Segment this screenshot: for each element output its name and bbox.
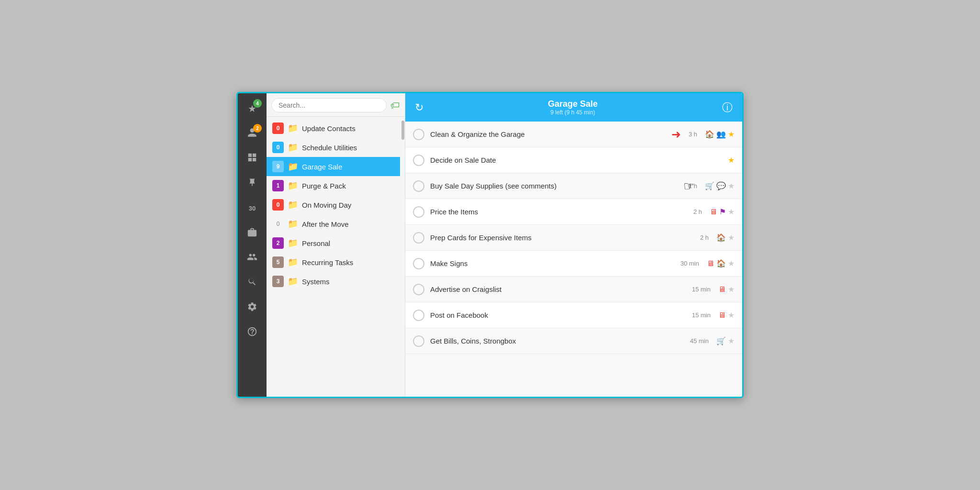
list-items: 0 📁 Update Contacts 0 📁 Schedule Utiliti… <box>267 117 400 397</box>
monitor-icon[interactable]: 🖥 <box>718 285 726 294</box>
task-time: 15 min <box>692 286 711 293</box>
search-icon <box>247 277 257 289</box>
monitor-icon[interactable]: 🖥 <box>707 259 714 268</box>
item-label: Schedule Utilities <box>302 144 394 152</box>
flag-icon[interactable]: ⚑ <box>719 207 726 216</box>
item-badge: 0 <box>272 142 284 153</box>
task-name: Price the Items <box>430 208 688 216</box>
task-row-decide-sale-date: Decide on Sale Date ★ <box>405 147 742 173</box>
task-name: Clean & Organize the Garage <box>430 130 666 138</box>
cart-icon[interactable]: 🛒 <box>705 181 714 190</box>
sidebar-icon-person[interactable]: 2 <box>242 123 263 144</box>
sidebar-icon-help[interactable] <box>242 322 263 343</box>
home-icon[interactable]: 🏠 <box>716 233 726 242</box>
list-item-garage-sale[interactable]: 9 📁 Garage Sale <box>267 157 400 176</box>
folder-icon-blue: 📁 <box>288 142 298 153</box>
monitor-icon[interactable]: 🖥 <box>718 311 726 320</box>
sidebar-icon-pin[interactable] <box>242 173 263 194</box>
star-badge: 4 <box>253 99 262 108</box>
star-icon-outline[interactable]: ★ <box>728 207 735 216</box>
red-arrow: ➜ <box>671 128 681 141</box>
task-icons: 🖥 ★ <box>718 311 735 320</box>
item-label: Purge & Pack <box>302 182 394 190</box>
sidebar-icon-briefcase[interactable] <box>242 223 263 244</box>
task-checkbox[interactable] <box>413 258 424 269</box>
task-name: Post on Facebook <box>430 311 686 319</box>
list-item-recurring-tasks[interactable]: 5 📁 Recurring Tasks <box>267 253 400 272</box>
tag-icon[interactable]: 🏷 <box>390 100 400 111</box>
calendar-icon: 30 <box>249 205 256 212</box>
refresh-icon[interactable]: ↻ <box>415 101 423 114</box>
task-checkbox[interactable] <box>413 310 424 321</box>
sidebar-icon-gear[interactable] <box>242 297 263 318</box>
task-icons: 🏠 👥 ★ <box>705 130 735 139</box>
task-time: 45 min <box>690 337 709 345</box>
star-icon[interactable]: ★ <box>728 130 735 139</box>
task-checkbox[interactable] <box>413 206 424 218</box>
sidebar-icon-star[interactable]: ★ 4 <box>242 98 263 119</box>
item-badge: 0 <box>272 122 284 134</box>
comment-icon[interactable]: 💬 <box>716 181 726 190</box>
task-icons: 🛒 ★ <box>716 336 735 345</box>
home-icon[interactable]: 🏠 <box>705 130 714 139</box>
list-panel: 🏷 0 📁 Update Contacts 0 📁 Schedule Utili… <box>267 93 405 397</box>
task-checkbox[interactable] <box>413 335 424 347</box>
folder-icon-purple: 📁 <box>288 180 298 191</box>
item-badge-active: 9 <box>272 161 284 172</box>
pin-icon <box>247 178 257 189</box>
task-time: 1 h <box>689 182 697 189</box>
task-checkbox[interactable] <box>413 180 424 192</box>
scrollbar[interactable] <box>400 117 405 397</box>
task-row-buy-supplies: Buy Sale Day Supplies (see comments) 1 h… <box>405 173 742 199</box>
task-icons: 🖥 🏠 ★ <box>707 259 735 268</box>
star-icon[interactable]: ★ <box>728 156 735 165</box>
star-icon-outline[interactable]: ★ <box>728 233 735 242</box>
sidebar-icon-search[interactable] <box>242 272 263 293</box>
search-input[interactable] <box>271 98 387 112</box>
task-row-price-items: Price the Items 2 h 🖥 ⚑ ★ <box>405 199 742 225</box>
list-item-systems[interactable]: 3 📁 Systems <box>267 272 400 291</box>
sidebar-icon-people[interactable] <box>242 247 263 268</box>
task-name: Decide on Sale Date <box>430 156 722 164</box>
list-item-after-move[interactable]: 0 📁 After the Move <box>267 214 400 234</box>
info-icon[interactable]: ⓘ <box>722 100 733 115</box>
header-title-area: Garage Sale 9 left (9 h 45 min) <box>423 99 722 116</box>
cart-icon[interactable]: 🛒 <box>716 336 726 345</box>
list-item-update-contacts[interactable]: 0 📁 Update Contacts <box>267 119 400 138</box>
task-icons: 🖥 ⚑ ★ <box>710 207 735 216</box>
item-badge: 1 <box>272 180 284 191</box>
sidebar-icon-calendar[interactable]: 30 <box>242 198 263 219</box>
sidebar-icon-grid[interactable] <box>242 148 263 169</box>
people-icon[interactable]: 👥 <box>716 130 726 139</box>
star-icon-outline[interactable]: ★ <box>728 259 735 268</box>
task-checkbox[interactable] <box>413 155 424 166</box>
star-icon-outline[interactable]: ★ <box>728 285 735 294</box>
task-time: 3 h <box>689 131 697 138</box>
main-header: ↻ Garage Sale 9 left (9 h 45 min) ⓘ <box>405 93 742 122</box>
task-name: Advertise on Craigslist <box>430 285 686 293</box>
item-badge: 5 <box>272 256 284 268</box>
task-checkbox[interactable] <box>413 284 424 295</box>
grid-icon <box>247 152 257 165</box>
star-icon-outline[interactable]: ★ <box>728 181 735 190</box>
scrollbar-thumb <box>401 121 404 140</box>
task-checkbox[interactable] <box>413 232 424 244</box>
folder-icon-tan: 📁 <box>288 257 298 267</box>
task-name: Prep Cards for Expensive Items <box>430 234 694 242</box>
task-checkbox[interactable] <box>413 129 424 140</box>
task-time: 2 h <box>693 208 702 215</box>
item-badge: 2 <box>272 237 284 249</box>
list-item-schedule-utilities[interactable]: 0 📁 Schedule Utilities <box>267 138 400 157</box>
list-item-purge-pack[interactable]: 1 📁 Purge & Pack <box>267 176 400 195</box>
home-icon[interactable]: 🏠 <box>716 259 726 268</box>
star-icon-outline[interactable]: ★ <box>728 311 735 320</box>
item-badge: 3 <box>272 276 284 287</box>
list-item-personal[interactable]: 2 📁 Personal <box>267 234 400 253</box>
star-icon-outline[interactable]: ★ <box>728 336 735 345</box>
item-label: Systems <box>302 278 394 286</box>
folder-icon-purple2: 📁 <box>288 238 298 248</box>
item-label-active: Garage Sale <box>302 163 394 171</box>
monitor-icon[interactable]: 🖥 <box>710 208 717 216</box>
list-item-on-moving-day[interactable]: 0 📁 On Moving Day <box>267 195 400 214</box>
briefcase-icon <box>247 227 257 240</box>
